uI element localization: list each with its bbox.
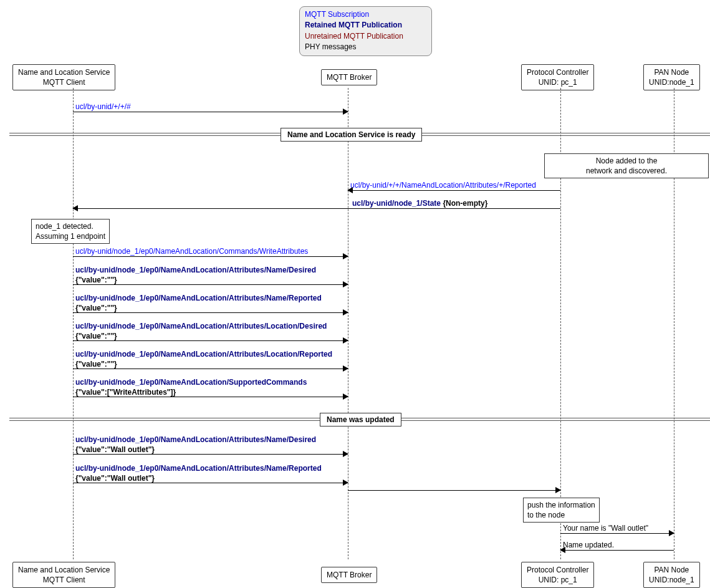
lifeline-mqtt-broker (348, 88, 348, 559)
legend-phy: PHY messages (305, 42, 426, 52)
note-push-to-node: push the information to the node (523, 498, 600, 523)
msg-forward-to-pc (348, 490, 560, 491)
msg-label: Name updated. (563, 541, 614, 549)
msg-payload: {"value":""} (75, 332, 117, 340)
participant-label: Protocol Controller (527, 566, 588, 574)
msg-topic: ucl/by-unid/node_1/ep0/NameAndLocation/A… (75, 464, 322, 473)
note-line: Assuming 1 endpoint (36, 232, 105, 241)
msg-name-desired-empty: ucl/by-unid/node_1/ep0/NameAndLocation/A… (73, 284, 348, 285)
msg-supported-commands: ucl/by-unid/node_1/ep0/NameAndLocation/S… (73, 397, 348, 397)
msg-label: ucl/by-unid/node_1/ep0/NameAndLocation/A… (75, 435, 316, 455)
msg-topic: ucl/by-unid/node_1/ep0/NameAndLocation/A… (75, 266, 316, 274)
msg-payload: {Non-empty} (443, 199, 487, 208)
lifeline-name-location-service (73, 88, 74, 559)
msg-location-desired-empty: ucl/by-unid/node_1/ep0/NameAndLocation/A… (73, 340, 348, 341)
msg-topic: ucl/by-unid/node_1/State (352, 199, 441, 208)
participant-mqtt-broker-bottom: MQTT Broker (321, 567, 377, 583)
msg-sub-writeattributes: ucl/by-unid/node_1/ep0/NameAndLocation/C… (73, 256, 348, 257)
participant-protocol-controller-top: Protocol Controller UNID: pc_1 (521, 64, 594, 90)
legend-retained: Retained MQTT Publication (305, 20, 426, 31)
participant-name-location-service-top: Name and Location Service MQTT Client (12, 64, 115, 90)
msg-topic: ucl/by-unid/node_1/ep0/NameAndLocation/A… (75, 350, 332, 359)
msg-label: ucl/by-unid/node_1/ep0/NameAndLocation/A… (75, 464, 322, 483)
legend-unretained: Unretained MQTT Publication (305, 31, 426, 42)
msg-label: ucl/by-unid/node_1/ep0/NameAndLocation/A… (75, 294, 322, 313)
msg-topic: ucl/by-unid/node_1/ep0/NameAndLocation/S… (75, 378, 307, 387)
msg-name-reported-empty: ucl/by-unid/node_1/ep0/NameAndLocation/A… (73, 312, 348, 313)
msg-payload: {"value":""} (75, 360, 117, 369)
msg-label: ucl/by-unid/+/+/NameAndLocation/Attribut… (350, 181, 536, 190)
msg-your-name-is: Your name is "Wall outlet" (560, 533, 674, 534)
divider-name-updated-label: Name was updated (320, 413, 401, 427)
note-line: push the information (527, 501, 595, 509)
msg-label: ucl/by-unid/+/+/# (75, 102, 131, 111)
participant-pan-node-top: PAN Node UNID:node_1 (643, 64, 700, 90)
participant-label: UNID: pc_1 (539, 576, 577, 584)
msg-payload: {"value":["WriteAttributes"]} (75, 388, 176, 397)
participant-protocol-controller-bottom: Protocol Controller UNID: pc_1 (521, 562, 594, 588)
participant-mqtt-broker-top: MQTT Broker (321, 69, 377, 85)
participant-label: UNID:node_1 (649, 78, 694, 87)
participant-label: PAN Node (654, 68, 689, 77)
msg-label: ucl/by-unid/node_1/State {Non-empty} (352, 199, 487, 208)
msg-topic: ucl/by-unid/node_1/ep0/NameAndLocation/A… (75, 322, 327, 330)
legend-subscription: MQTT Subscription (305, 9, 426, 20)
participant-label: UNID: pc_1 (539, 78, 577, 87)
msg-label: Your name is "Wall outlet" (563, 524, 648, 533)
participant-label: MQTT Broker (327, 571, 372, 579)
participant-label: Protocol Controller (527, 68, 588, 77)
legend-box: MQTT Subscription Retained MQTT Publicat… (299, 6, 432, 56)
sequence-diagram: MQTT Subscription Retained MQTT Publicat… (6, 6, 710, 588)
participant-label: Name and Location Service (18, 68, 110, 77)
msg-label: ucl/by-unid/node_1/ep0/NameAndLocation/A… (75, 266, 316, 285)
msg-sub-wildcard: ucl/by-unid/+/+/# (73, 112, 348, 112)
msg-label: ucl/by-unid/node_1/ep0/NameAndLocation/S… (75, 378, 307, 397)
participant-label: MQTT Client (43, 576, 85, 584)
msg-name-updated-ack: Name updated. (560, 550, 674, 551)
msg-topic: ucl/by-unid/node_1/ep0/NameAndLocation/A… (75, 435, 316, 444)
note-line: Node added to the (596, 157, 658, 165)
msg-sub-nameandlocation-reported: ucl/by-unid/+/+/NameAndLocation/Attribut… (348, 190, 560, 191)
msg-payload: {"value":"Wall outlet"} (75, 474, 155, 483)
note-node1-detected: node_1 detected. Assuming 1 endpoint (31, 219, 110, 244)
msg-payload: {"value":""} (75, 304, 117, 312)
msg-label: ucl/by-unid/node_1/ep0/NameAndLocation/A… (75, 350, 332, 369)
msg-state-nonempty: ucl/by-unid/node_1/State {Non-empty} (73, 208, 560, 209)
participant-label: Name and Location Service (18, 566, 110, 574)
participant-label: UNID:node_1 (649, 576, 694, 584)
divider-ready-label: Name and Location Service is ready (281, 128, 422, 142)
msg-location-reported-empty: ucl/by-unid/node_1/ep0/NameAndLocation/A… (73, 369, 348, 369)
participant-label: MQTT Broker (327, 73, 372, 82)
note-node-added: Node added to the network and discovered… (544, 153, 709, 178)
note-line: node_1 detected. (36, 222, 94, 231)
msg-payload: {"value":"Wall outlet"} (75, 445, 155, 454)
msg-name-reported-wall-outlet: ucl/by-unid/node_1/ep0/NameAndLocation/A… (73, 483, 348, 483)
participant-label: MQTT Client (43, 78, 85, 87)
note-line: network and discovered. (586, 166, 667, 175)
msg-topic: ucl/by-unid/node_1/ep0/NameAndLocation/A… (75, 294, 322, 302)
participant-name-location-service-bottom: Name and Location Service MQTT Client (12, 562, 115, 588)
participant-label: PAN Node (654, 566, 689, 574)
participant-pan-node-bottom: PAN Node UNID:node_1 (643, 562, 700, 588)
msg-label: ucl/by-unid/node_1/ep0/NameAndLocation/C… (75, 247, 308, 256)
msg-payload: {"value":""} (75, 276, 117, 284)
note-line: to the node (527, 511, 565, 519)
msg-label: ucl/by-unid/node_1/ep0/NameAndLocation/A… (75, 322, 327, 341)
msg-name-desired-wall-outlet: ucl/by-unid/node_1/ep0/NameAndLocation/A… (73, 454, 348, 455)
